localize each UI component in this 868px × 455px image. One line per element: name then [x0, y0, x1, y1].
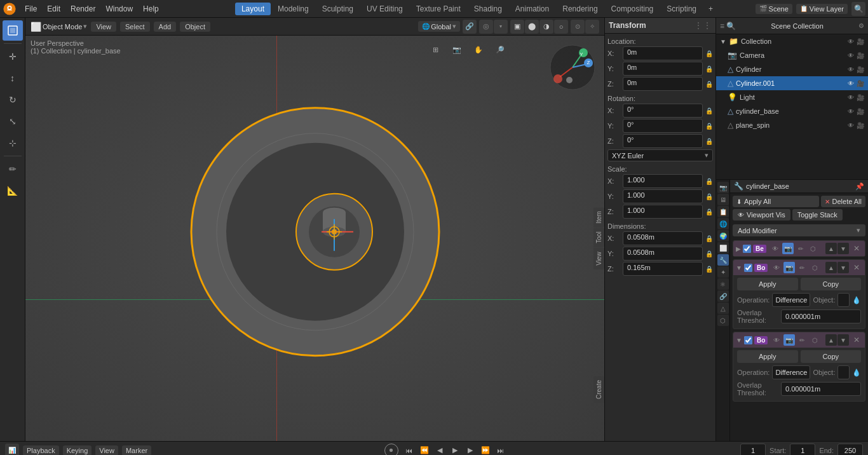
- transform-panel-pin[interactable]: ⋮⋮: [694, 20, 712, 31]
- toggle-stack-btn[interactable]: Toggle Stack: [792, 209, 843, 221]
- rot-x-lock[interactable]: 🔒: [705, 107, 713, 114]
- outliner-more-btn[interactable]: ⚙: [858, 22, 864, 29]
- mod1-down-btn[interactable]: ▼: [837, 243, 849, 254]
- outliner-item-cylinder[interactable]: △ Cylinder 👁 🎥: [716, 62, 868, 76]
- delete-all-btn[interactable]: ✕ Delete All: [821, 196, 865, 207]
- viewport-canvas[interactable]: User Perspective (1) Collection | cylind…: [25, 36, 604, 441]
- add-modifier-dropdown[interactable]: Add Modifier ▾: [733, 224, 865, 236]
- collection-eye-icon[interactable]: 👁: [848, 38, 854, 45]
- scale-y-input[interactable]: 1.000: [623, 189, 703, 203]
- props-tab-data[interactable]: △: [717, 302, 729, 314]
- mod3-eyedropper[interactable]: 💧: [852, 365, 861, 379]
- mod1-checkbox[interactable]: [743, 245, 751, 253]
- measure-tool[interactable]: 📐: [3, 180, 23, 201]
- props-panel-pin[interactable]: 📌: [855, 182, 864, 191]
- end-frame-input[interactable]: 250: [837, 444, 863, 456]
- mod1-cage-btn[interactable]: ⬡: [808, 243, 819, 254]
- step-back-btn[interactable]: ◀: [433, 444, 447, 456]
- outliner-item-camera[interactable]: 📷 Camera 👁 🎥: [716, 48, 868, 62]
- gizmo-btn[interactable]: ✧: [585, 20, 599, 34]
- mod3-expand[interactable]: ▼: [736, 337, 742, 344]
- mod1-editmode-btn[interactable]: ✏: [795, 243, 806, 254]
- mod2-realtime-btn[interactable]: 👁: [771, 262, 782, 273]
- loc-z-lock[interactable]: 🔒: [705, 81, 713, 88]
- play-btn[interactable]: ▶: [448, 444, 462, 456]
- marker-menu[interactable]: Marker: [122, 445, 151, 456]
- mod3-up-btn[interactable]: ▲: [825, 334, 837, 346]
- outliner-item-plane-spin[interactable]: △ plane_spin 👁 🎥: [716, 118, 868, 132]
- scale-z-input[interactable]: 1.000: [623, 205, 703, 219]
- mod2-editmode-btn[interactable]: ✏: [796, 262, 808, 273]
- mod3-cage-btn[interactable]: ⬡: [809, 334, 820, 346]
- props-tab-modifier[interactable]: 🔧: [717, 254, 729, 266]
- rot-y-input[interactable]: 0°: [623, 119, 703, 133]
- cylinder001-eye-icon[interactable]: 👁: [848, 80, 854, 87]
- outliner-item-cylinder-base[interactable]: △ cylinder_base 👁 🎥: [716, 104, 868, 118]
- keying-menu[interactable]: Keying: [63, 445, 92, 456]
- dim-x-lock[interactable]: 🔒: [705, 235, 713, 242]
- timeline-type-btn[interactable]: 📊: [5, 444, 19, 456]
- current-frame-input[interactable]: 1: [740, 444, 766, 456]
- axis-gizmo[interactable]: Y Z: [547, 42, 598, 94]
- cursor-tool[interactable]: ✛: [3, 46, 23, 67]
- planespin-eye-icon[interactable]: 👁: [848, 122, 854, 129]
- start-frame-input[interactable]: 1: [790, 444, 815, 456]
- scale-x-input[interactable]: 1.000: [623, 174, 703, 188]
- mod3-down-btn[interactable]: ▼: [837, 334, 849, 346]
- mod2-up-btn[interactable]: ▲: [825, 262, 837, 273]
- loc-y-lock[interactable]: 🔒: [705, 65, 713, 72]
- mod2-overlap-value[interactable]: 0.000001m: [781, 309, 861, 323]
- jump-end-btn[interactable]: ⏭: [494, 444, 508, 456]
- create-tab[interactable]: Create: [593, 376, 604, 403]
- props-tab-physics[interactable]: ⚛: [717, 278, 729, 290]
- dim-y-input[interactable]: 0.0508m: [623, 247, 703, 261]
- rot-z-lock[interactable]: 🔒: [705, 138, 713, 145]
- mod3-header[interactable]: ▼ Bo 👁 📷 ✏ ⬡ ▲ ▼: [733, 332, 865, 348]
- loc-z-input[interactable]: 0m: [623, 77, 703, 91]
- outliner-item-cylinder-001[interactable]: △ Cylinder.001 👁 🎥: [716, 76, 868, 90]
- scale-tool[interactable]: ⤡: [3, 111, 23, 132]
- zoom-btn[interactable]: 🔎: [491, 41, 509, 58]
- outliner-item-collection[interactable]: ▼ 📁 Collection 👁 🎥: [716, 34, 868, 48]
- mod3-editmode-btn[interactable]: ✏: [796, 334, 808, 346]
- mod2-obj-field[interactable]: [837, 293, 850, 307]
- viewport-vis-btn[interactable]: 👁 Viewport Vis: [733, 209, 790, 221]
- scale-z-lock[interactable]: 🔒: [705, 208, 713, 215]
- props-tab-object[interactable]: ⬜: [717, 242, 729, 254]
- mod2-render-btn[interactable]: 📷: [783, 262, 795, 273]
- tab-rendering[interactable]: Rendering: [556, 2, 604, 16]
- transform-tool[interactable]: ⊹: [3, 133, 23, 153]
- props-tab-view-layer[interactable]: 📋: [717, 206, 729, 217]
- cylinder001-render-icon[interactable]: 🎥: [857, 80, 864, 87]
- mod3-realtime-btn[interactable]: 👁: [771, 334, 782, 346]
- mod3-overlap-value[interactable]: 0.000001m: [781, 382, 861, 396]
- rot-z-input[interactable]: 0°: [623, 134, 703, 148]
- tab-layout[interactable]: Layout: [235, 3, 271, 15]
- playback-menu[interactable]: Playback: [23, 445, 59, 456]
- snap-btn[interactable]: 🔗: [463, 20, 477, 34]
- grid-btn[interactable]: ⊞: [426, 41, 444, 58]
- rendered-btn[interactable]: ○: [554, 20, 568, 34]
- mod2-checkbox[interactable]: [744, 264, 752, 272]
- mod3-checkbox[interactable]: [744, 336, 752, 344]
- dim-x-input[interactable]: 0.0508m: [623, 231, 703, 245]
- object-menu[interactable]: Object: [180, 22, 210, 32]
- menu-file[interactable]: File: [20, 3, 41, 15]
- tab-compositing[interactable]: Compositing: [605, 2, 660, 16]
- tab-animation[interactable]: Animation: [509, 2, 555, 16]
- mod1-expand[interactable]: ▶: [736, 245, 741, 252]
- camera-render-icon[interactable]: 🎥: [857, 52, 864, 59]
- solid-btn[interactable]: ⬤: [525, 20, 539, 34]
- rotation-mode-selector[interactable]: XYZ Euler ▾: [607, 149, 713, 161]
- cylbase-eye-icon[interactable]: 👁: [848, 108, 854, 115]
- cylbase-render-icon[interactable]: 🎥: [857, 108, 864, 115]
- global-selector[interactable]: 🌐 Global ▾: [418, 21, 460, 32]
- select-menu[interactable]: Select: [120, 22, 150, 32]
- props-tab-particles[interactable]: ✦: [717, 266, 729, 278]
- mod1-render-btn[interactable]: 📷: [782, 243, 794, 254]
- side-tab-tool[interactable]: Tool: [593, 228, 604, 247]
- rot-x-input[interactable]: 0°: [623, 104, 703, 118]
- pan-btn[interactable]: ✋: [470, 41, 487, 58]
- mod1-realtime-btn[interactable]: 👁: [770, 243, 781, 254]
- dim-z-input[interactable]: 0.165m: [623, 262, 703, 276]
